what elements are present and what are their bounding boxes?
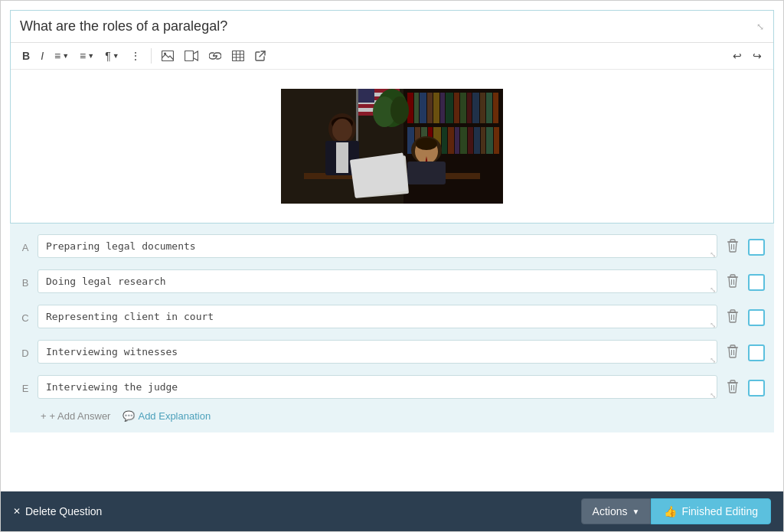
trash-icon-b (727, 274, 739, 288)
chat-bubble-icon: 💬 (122, 410, 135, 422)
actions-label: Actions (593, 505, 628, 517)
italic-button[interactable]: I (37, 47, 47, 64)
undo-button[interactable]: ↩ (729, 47, 746, 64)
trash-icon-d (727, 344, 739, 358)
answer-resize-c: ⤡ (710, 321, 716, 329)
answer-input-wrap-d: Interviewing witnesses ⤡ (38, 340, 717, 366)
delete-answer-d-button[interactable] (724, 341, 742, 365)
external-link-icon (255, 51, 266, 61)
trash-icon-c (727, 309, 739, 323)
answer-row-c: C Representing client in court ⤡ (19, 305, 765, 331)
paragraph-caret: ▼ (113, 52, 119, 60)
ordered-list-caret: ▼ (62, 52, 69, 60)
unordered-list-caret: ▼ (87, 52, 94, 60)
undo-redo-group: ↩ ↪ (729, 47, 766, 64)
editor-toolbar: B I ≡ ▼ ≡ ▼ ¶ ▼ ⋮ (11, 43, 773, 70)
table-icon (232, 51, 244, 61)
answer-checkbox-b[interactable] (748, 274, 765, 291)
svg-rect-2 (185, 51, 193, 61)
answer-row-d: D Interviewing witnesses ⤡ (19, 340, 765, 366)
add-row: + + Add Answer 💬 Add Explanation (10, 404, 774, 425)
actions-caret-icon: ▼ (632, 508, 639, 516)
app-container: What are the roles of a paralegal? ⤡ B I… (0, 0, 784, 532)
add-explanation-label: Add Explanation (138, 410, 211, 422)
answer-checkbox-a[interactable] (748, 239, 765, 256)
answers-section: A Preparing legal documents ⤡ B D (10, 224, 774, 432)
image-icon (162, 51, 174, 61)
resize-handle[interactable]: ⤡ (756, 21, 764, 32)
delete-answer-b-button[interactable] (724, 271, 742, 295)
answer-label-e: E (19, 383, 31, 394)
answer-input-e[interactable]: Interviewing the judge (38, 375, 717, 399)
svg-rect-66 (281, 89, 503, 204)
answer-input-a[interactable]: Preparing legal documents (38, 234, 717, 258)
link-icon (209, 52, 221, 60)
finished-editing-button[interactable]: 👍 Finished Editing (651, 498, 771, 524)
add-explanation-button[interactable]: 💬 Add Explanation (122, 410, 211, 422)
unordered-list-button[interactable]: ≡ ▼ (76, 47, 98, 64)
link-button[interactable] (205, 50, 225, 62)
answer-checkbox-d[interactable] (748, 344, 765, 361)
paragraph-button[interactable]: ¶ ▼ (101, 47, 122, 64)
add-answer-button[interactable]: + + Add Answer (41, 410, 110, 422)
external-button[interactable] (251, 48, 270, 64)
question-title: What are the roles of a paralegal? (20, 18, 756, 34)
paralegal-image (281, 89, 503, 204)
finished-editing-label: Finished Editing (681, 505, 758, 517)
thumbs-up-icon: 👍 (664, 505, 677, 517)
video-button[interactable] (181, 48, 202, 64)
answer-label-d: D (19, 348, 31, 359)
answer-input-c[interactable]: Representing client in court (38, 305, 717, 328)
ordered-list-button[interactable]: ≡ ▼ (51, 47, 73, 64)
image-button[interactable] (158, 48, 178, 64)
answer-label-c: C (19, 312, 31, 324)
answer-row-b: B Doing legal research ⤡ (19, 269, 765, 295)
add-answer-label: + Add Answer (50, 410, 111, 422)
actions-button[interactable]: Actions ▼ (581, 498, 652, 524)
delete-question-label: Delete Question (25, 505, 102, 517)
answer-row-a: A Preparing legal documents ⤡ (19, 234, 765, 260)
delete-question-button[interactable]: ✕ Delete Question (13, 505, 102, 517)
delete-x-icon: ✕ (13, 506, 21, 517)
answer-label-a: A (19, 242, 31, 253)
footer: ✕ Delete Question Actions ▼ 👍 Finished E… (1, 491, 783, 531)
answer-input-wrap-e: Interviewing the judge ⤡ (38, 375, 717, 401)
answer-input-b[interactable]: Doing legal research (38, 269, 717, 293)
answer-input-wrap-c: Representing client in court ⤡ (38, 305, 717, 331)
redo-button[interactable]: ↪ (749, 47, 766, 64)
delete-answer-e-button[interactable] (724, 377, 742, 400)
svg-rect-4 (232, 51, 243, 61)
video-icon (185, 51, 198, 61)
editor-content[interactable] (11, 70, 773, 223)
answer-input-wrap-b: Doing legal research ⤡ (38, 269, 717, 295)
svg-line-9 (260, 51, 265, 57)
toolbar-separator-1 (151, 48, 152, 64)
answer-checkbox-c[interactable] (748, 309, 765, 326)
answer-label-b: B (19, 277, 31, 289)
answer-resize-a: ⤡ (710, 250, 716, 259)
delete-answer-a-button[interactable] (724, 236, 742, 259)
answer-checkbox-e[interactable] (748, 380, 765, 397)
answer-input-wrap-a: Preparing legal documents ⤡ (38, 234, 717, 260)
trash-icon-e (727, 380, 739, 393)
answer-row-e: E Interviewing the judge ⤡ (19, 375, 765, 401)
answer-resize-d: ⤡ (710, 356, 716, 364)
trash-icon-a (727, 239, 739, 253)
question-editor: What are the roles of a paralegal? ⤡ B I… (10, 10, 774, 224)
more-button[interactable]: ⋮ (126, 47, 145, 64)
answer-input-d[interactable]: Interviewing witnesses (38, 340, 717, 364)
delete-answer-c-button[interactable] (724, 306, 742, 330)
table-button[interactable] (228, 48, 248, 64)
question-title-bar: What are the roles of a paralegal? ⤡ (11, 11, 773, 43)
answer-resize-b: ⤡ (710, 286, 716, 294)
answer-resize-e: ⤡ (710, 391, 716, 400)
add-answer-plus-icon: + (41, 410, 47, 422)
bold-button[interactable]: B (18, 47, 34, 64)
